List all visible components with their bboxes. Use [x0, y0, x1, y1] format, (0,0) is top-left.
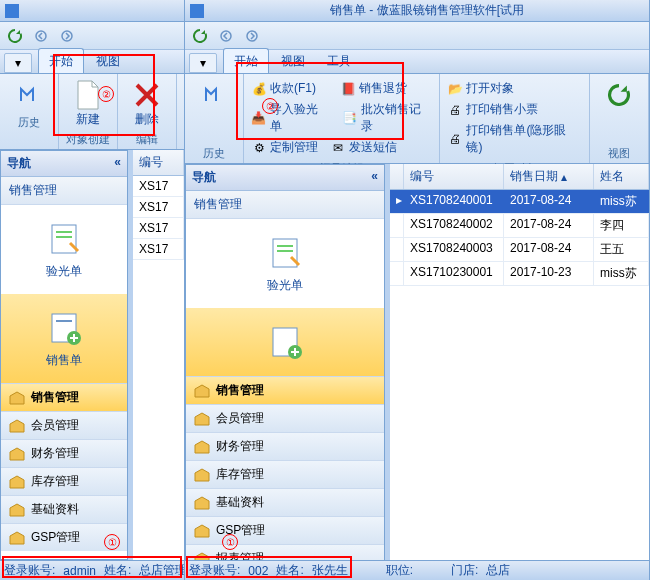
tab-start[interactable]: 开始 [223, 48, 269, 73]
sheet-icon [265, 233, 305, 273]
fwd-icon[interactable] [56, 25, 78, 47]
new-label: 新建 [76, 111, 100, 128]
navitem-basic[interactable]: 基础资料 [186, 488, 384, 516]
table-row[interactable]: ▸XS17082400012017-08-24miss苏 [390, 190, 649, 214]
delete-icon [131, 79, 163, 111]
left-ribbon: 历史 新建 对象创建 删除 编辑 [0, 74, 184, 150]
back-icon[interactable] [30, 25, 52, 47]
col-name[interactable]: 姓名 [594, 164, 649, 189]
col-id[interactable]: 编号 [133, 150, 184, 175]
view-toggle[interactable]: ▾ [4, 53, 32, 73]
left-nav-list: 销售管理 会员管理 财务管理 库存管理 基础资料 GSP管理 [1, 383, 127, 551]
left-titlebar [0, 0, 184, 22]
svg-rect-5 [56, 236, 72, 238]
nav-header: 导航« [1, 151, 127, 177]
nav-big-sales[interactable]: 销售单 [1, 294, 127, 383]
navitem-stock[interactable]: 库存管理 [1, 467, 127, 495]
svg-rect-14 [277, 250, 293, 252]
lbl: 打印销售单(隐形眼镜) [466, 122, 582, 156]
sheet-add-icon [265, 322, 305, 362]
chevron-left-icon[interactable]: « [371, 169, 378, 186]
refresh-icon[interactable] [4, 25, 26, 47]
printer-icon: 🖨 [447, 102, 463, 118]
navitem-label: 财务管理 [31, 445, 79, 462]
status-name-label: 姓名: [104, 562, 131, 579]
nav-big-sales[interactable] [186, 308, 384, 376]
batch-icon: 📑 [342, 110, 358, 126]
navitem-gsp[interactable]: GSP管理 [186, 516, 384, 544]
nav-section: 销售管理 [1, 177, 127, 205]
custom-button[interactable]: ⚙定制管理 [248, 137, 321, 158]
navitem-sales[interactable]: 销售管理 [186, 376, 384, 404]
navitem-sales[interactable]: 销售管理 [1, 383, 127, 411]
view-refresh-button[interactable] [594, 76, 644, 114]
svg-rect-7 [56, 320, 72, 322]
print-sheet-button[interactable]: 🖨打印销售单(隐形眼镜) [444, 120, 585, 158]
group-edit: 编辑 [122, 131, 172, 149]
col-date[interactable]: 销售日期▴ [504, 164, 594, 189]
navitem-gsp[interactable]: GSP管理 [1, 523, 127, 551]
back-icon[interactable] [215, 25, 237, 47]
right-grid: 编号 销售日期▴ 姓名 ▸XS17082400012017-08-24miss苏… [390, 164, 649, 560]
navitem-stock[interactable]: 库存管理 [186, 460, 384, 488]
delete-label: 删除 [135, 111, 159, 128]
tab-start[interactable]: 开始 [38, 48, 84, 73]
lbl: 打印销售小票 [466, 101, 538, 118]
sheet-icon [44, 219, 84, 259]
right-grid-body[interactable]: ▸XS17082400012017-08-24miss苏 XS170824000… [390, 190, 649, 560]
svg-point-11 [247, 31, 257, 41]
tab-view[interactable]: 视图 [271, 49, 315, 73]
nav-big-verify[interactable]: 验光单 [1, 205, 127, 294]
new-button[interactable]: 新建 [63, 76, 113, 131]
navitem-member[interactable]: 会员管理 [186, 404, 384, 432]
sheet-add-icon [44, 308, 84, 348]
open-icon: 📂 [447, 81, 463, 97]
navitem-finance[interactable]: 财务管理 [186, 432, 384, 460]
return-button[interactable]: 📕销售退货 [337, 78, 410, 99]
history-button[interactable] [4, 76, 54, 114]
table-row[interactable]: XS17082400032017-08-24王五 [390, 238, 649, 262]
chevron-left-icon[interactable]: « [114, 155, 121, 172]
tab-view[interactable]: 视图 [86, 49, 130, 73]
group-obj: 对象创建 [63, 131, 113, 149]
col-marker [390, 164, 404, 189]
custom-icon: ⚙ [251, 140, 267, 156]
import-icon: 📥 [251, 110, 267, 126]
left-grid-body[interactable]: XS17 XS17 XS17 XS17 [133, 176, 184, 560]
import-button[interactable]: 📥导入验光单 [248, 99, 333, 137]
cell: XS17 [133, 176, 184, 196]
batch-button[interactable]: 📑批次销售记录 [339, 99, 436, 137]
navitem-finance[interactable]: 财务管理 [1, 439, 127, 467]
fwd-icon[interactable] [241, 25, 263, 47]
history-icon [198, 79, 230, 111]
navitem-member[interactable]: 会员管理 [1, 411, 127, 439]
print-ticket-button[interactable]: 🖨打印销售小票 [444, 99, 585, 120]
left-statusbar: 登录账号:admin 姓名:总店管理 [0, 560, 184, 580]
delete-button[interactable]: 删除 [122, 76, 172, 131]
tab-tools[interactable]: 工具 [317, 49, 361, 73]
left-tabline: ▾ 开始 视图 [0, 50, 184, 74]
window-title: 销售单 - 傲蓝眼镜销售管理软件[试用 [209, 2, 645, 19]
svg-point-2 [62, 31, 72, 41]
navitem-basic[interactable]: 基础资料 [1, 495, 127, 523]
cell: XS17 [133, 218, 184, 238]
status-acct-label: 登录账号: [4, 562, 55, 579]
nav-big-verify[interactable]: 验光单 [186, 219, 384, 308]
table-row[interactable]: XS17102300012017-10-23miss苏 [390, 262, 649, 286]
view-toggle[interactable]: ▾ [189, 53, 217, 73]
lbl: 导入验光单 [270, 101, 330, 135]
cash-button[interactable]: 💰收款(F1) [248, 78, 319, 99]
cash-icon: 💰 [251, 81, 267, 97]
open-obj-button[interactable]: 📂打开对象 [444, 78, 585, 99]
navitem-label: GSP管理 [31, 529, 80, 546]
sms-button[interactable]: ✉发送短信 [327, 137, 400, 158]
table-row[interactable]: XS17082400022017-08-24李四 [390, 214, 649, 238]
sms-icon: ✉ [330, 140, 346, 156]
refresh-icon[interactable] [189, 25, 211, 47]
group-history: 历史 [4, 114, 54, 132]
col-id[interactable]: 编号 [404, 164, 504, 189]
lbl: 销售退货 [359, 80, 407, 97]
svg-rect-4 [56, 231, 72, 233]
history-button[interactable] [189, 76, 239, 114]
svg-rect-0 [5, 4, 19, 18]
